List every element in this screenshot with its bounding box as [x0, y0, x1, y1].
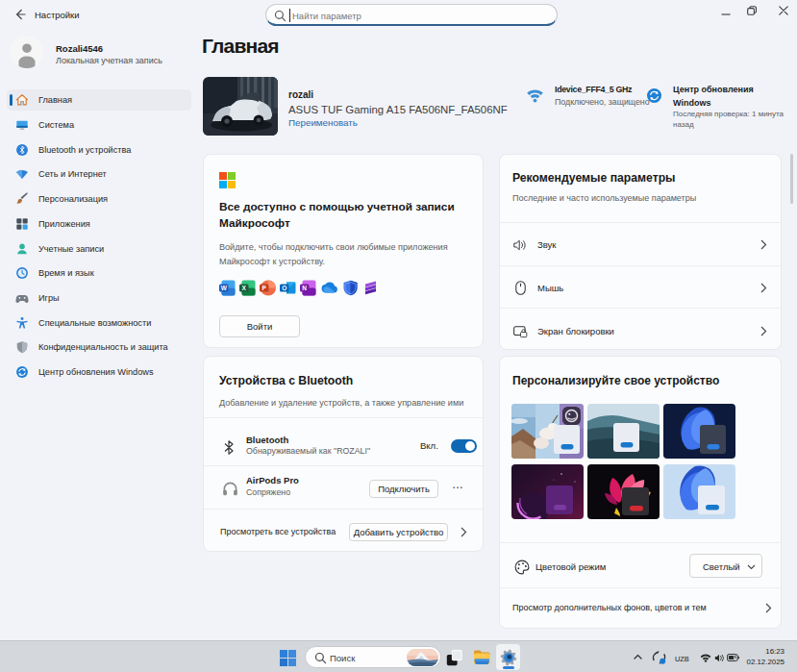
svg-text:N: N [302, 285, 307, 291]
svg-text:O: O [282, 285, 286, 291]
svg-text:P: P [262, 285, 267, 291]
svg-text:X: X [242, 285, 247, 291]
svg-text:W: W [221, 285, 228, 291]
